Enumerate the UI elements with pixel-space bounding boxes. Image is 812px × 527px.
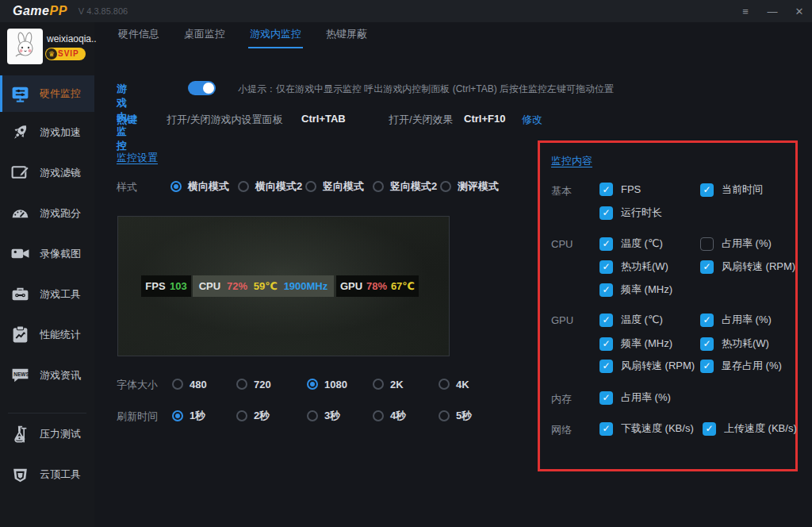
radio-selected-icon[interactable]	[170, 181, 182, 192]
in-game-monitor-toggle[interactable]	[188, 81, 216, 95]
radio-icon[interactable]	[238, 181, 249, 192]
menu-icon[interactable]: ≡	[739, 6, 752, 17]
cpu-temp-value: 59℃	[254, 280, 278, 292]
checkbox-item-fps[interactable]: FPS	[599, 183, 641, 196]
checkbox-item-cpu-freq[interactable]: 频率 (MHz)	[599, 283, 672, 297]
checkbox-checked-icon[interactable]	[700, 183, 714, 197]
checkbox-item-gpu-freq[interactable]: 频率 (MHz)	[599, 337, 672, 351]
font-size-option-label: 1080	[324, 379, 347, 390]
monitor-content-title[interactable]: 监控内容	[551, 154, 592, 168]
radio-icon[interactable]	[439, 379, 450, 390]
checkbox-unchecked-icon[interactable]	[700, 237, 714, 251]
sidebar-item-tft-tools[interactable]: 云顶工具	[0, 459, 94, 490]
checkbox-item-gpu-fan[interactable]: 风扇转速 (RPM)	[599, 359, 695, 373]
radio-icon[interactable]	[307, 410, 318, 421]
font-size-2k[interactable]: 2K	[373, 377, 404, 391]
radio-icon[interactable]	[236, 410, 247, 421]
sidebar-item-stress-test[interactable]: 压力测试	[0, 418, 94, 450]
logo-pp-text: PP	[49, 4, 67, 17]
checkbox-item-upload-speed[interactable]: 上传速度 (KB/s)	[703, 421, 797, 436]
font-size-1080[interactable]: 1080	[307, 377, 347, 391]
checkbox-label: 温度 (℃)	[621, 237, 663, 251]
checkbox-label: 频率 (MHz)	[621, 283, 672, 297]
modify-link[interactable]: 修改	[522, 113, 542, 127]
checkbox-item-cpu-usage[interactable]: 占用率 (%)	[700, 237, 772, 251]
sidebar-item-hardware-monitor[interactable]: 硬件监控	[0, 75, 94, 112]
avatar[interactable]	[7, 29, 43, 64]
style-option-horizontal2[interactable]: 横向模式2	[238, 179, 302, 194]
close-icon[interactable]: ✕	[793, 6, 806, 17]
radio-icon[interactable]	[172, 379, 183, 390]
user-box[interactable]: weixiaoqia.. ♛SVIP	[0, 27, 94, 71]
checkbox-item-gpu-vram[interactable]: 显存占用 (%)	[700, 359, 782, 373]
style-option-vertical2[interactable]: 竖向模式2	[373, 179, 437, 194]
checkbox-checked-icon[interactable]	[700, 314, 714, 327]
checkbox-checked-icon[interactable]	[700, 360, 714, 373]
sidebar-item-game-filter[interactable]: 游戏滤镜	[0, 152, 94, 193]
tab-hotkey-block[interactable]: 热键屏蔽	[324, 22, 369, 48]
sidebar-item-record-capture[interactable]: 录像截图	[0, 233, 94, 274]
checkbox-checked-icon[interactable]	[703, 422, 716, 436]
radio-icon[interactable]	[439, 410, 450, 421]
checkbox-checked-icon[interactable]	[599, 183, 613, 196]
checkbox-item-cpu-temp[interactable]: 温度 (℃)	[599, 237, 663, 251]
font-size-4k[interactable]: 4K	[439, 377, 469, 391]
checkbox-checked-icon[interactable]	[599, 391, 613, 405]
sidebar-item-game-tools[interactable]: 游戏工具	[0, 274, 94, 314]
checkbox-checked-icon[interactable]	[599, 283, 613, 297]
tab-hardware-info[interactable]: 硬件信息	[117, 22, 161, 48]
checkbox-item-current-time[interactable]: 当前时间	[700, 183, 763, 197]
refresh-4s[interactable]: 4秒	[373, 409, 406, 423]
sidebar-divider	[8, 413, 86, 414]
group-label-network: 网络	[551, 423, 572, 437]
checkbox-checked-icon[interactable]	[599, 260, 613, 274]
refresh-3s[interactable]: 3秒	[307, 409, 340, 423]
checkbox-checked-icon[interactable]	[599, 314, 613, 327]
radio-selected-icon[interactable]	[307, 379, 318, 390]
style-option-vertical[interactable]: 竖向模式	[305, 179, 364, 194]
radio-icon[interactable]	[236, 379, 247, 390]
refresh-1s[interactable]: 1秒	[172, 409, 205, 423]
tab-in-game-monitor[interactable]: 游戏内监控	[248, 22, 303, 48]
svip-label: SVIP	[58, 49, 79, 58]
refresh-2s[interactable]: 2秒	[236, 409, 270, 423]
checkbox-checked-icon[interactable]	[700, 337, 714, 351]
sidebar-item-benchmark[interactable]: 游戏跑分	[0, 193, 94, 233]
checkbox-item-download-speed[interactable]: 下载速度 (KB/s)	[599, 421, 694, 436]
radio-icon[interactable]	[373, 410, 384, 421]
checkbox-checked-icon[interactable]	[599, 360, 613, 373]
refresh-option-label: 4秒	[390, 409, 406, 423]
tab-desktop-monitor[interactable]: 桌面监控	[182, 22, 227, 48]
monitor-settings-title[interactable]: 监控设置	[117, 151, 158, 165]
sidebar-item-game-news[interactable]: NEWS 游戏资讯	[0, 355, 94, 395]
checkbox-checked-icon[interactable]	[599, 206, 613, 220]
radio-selected-icon[interactable]	[172, 410, 183, 421]
style-option-horizontal[interactable]: 横向模式	[170, 179, 229, 194]
checkbox-checked-icon[interactable]	[599, 422, 613, 436]
refresh-5s[interactable]: 5秒	[439, 409, 472, 423]
checkbox-label: 占用率 (%)	[722, 313, 772, 327]
checkbox-checked-icon[interactable]	[599, 237, 613, 251]
checkbox-item-cpu-power[interactable]: 热功耗(W)	[599, 260, 668, 274]
radio-icon[interactable]	[373, 379, 384, 390]
refresh-option-label: 1秒	[190, 409, 205, 423]
checkbox-checked-icon[interactable]	[700, 260, 714, 274]
checkbox-item-gpu-temp[interactable]: 温度 (℃)	[599, 313, 663, 327]
checkbox-label: 运行时长	[621, 206, 662, 220]
font-size-480[interactable]: 480	[172, 377, 207, 391]
flask-icon	[10, 425, 30, 444]
radio-icon[interactable]	[305, 181, 316, 192]
checkbox-checked-icon[interactable]	[599, 337, 613, 351]
checkbox-item-gpu-usage[interactable]: 占用率 (%)	[700, 313, 772, 327]
checkbox-item-gpu-power[interactable]: 热功耗(W)	[700, 337, 769, 351]
font-size-720[interactable]: 720	[236, 377, 271, 391]
checkbox-item-mem-usage[interactable]: 占用率 (%)	[599, 390, 671, 405]
sidebar-item-performance-stats[interactable]: 性能统计	[0, 314, 94, 355]
style-option-review[interactable]: 测评模式	[440, 179, 499, 194]
minimize-icon[interactable]: —	[766, 6, 779, 17]
radio-icon[interactable]	[440, 181, 451, 192]
radio-icon[interactable]	[373, 181, 384, 192]
checkbox-item-run-duration[interactable]: 运行时长	[599, 206, 662, 220]
font-size-option-label: 720	[254, 379, 271, 390]
checkbox-item-cpu-fan[interactable]: 风扇转速 (RPM)	[700, 260, 795, 274]
